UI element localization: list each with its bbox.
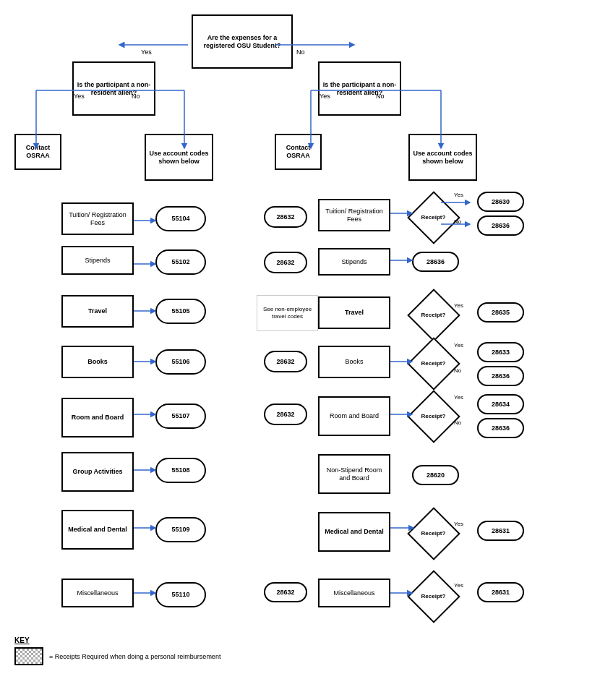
- misc-yes-label: Yes: [454, 582, 463, 589]
- room-yes-label: Yes: [454, 394, 463, 401]
- left-group-activities-code: 55108: [155, 458, 206, 483]
- key-description: = Receipts Required when doing a persona…: [49, 653, 220, 660]
- right-medical-receipt-label: Receipt?: [413, 513, 453, 553]
- room-no-label: No: [454, 419, 461, 427]
- right-travel-receipt-label: Receipt?: [413, 295, 453, 335]
- left-alien-question: Is the participant a non-resident alien?: [72, 61, 155, 116]
- right-travel-yes-code: 28635: [477, 302, 524, 323]
- right-misc-label: Miscellaneous: [318, 579, 390, 607]
- left-misc-code: 55110: [155, 582, 206, 607]
- right-contact-osraa: Contact OSRAA: [275, 134, 322, 170]
- left-tuition-code: 55104: [155, 206, 206, 231]
- right-use-codes: Use account codes shown below: [408, 134, 477, 181]
- right-books-no-code: 28636: [477, 366, 524, 386]
- left-books-code: 55106: [155, 349, 206, 375]
- tuition-yes-label: Yes: [454, 192, 463, 199]
- key-checker-box: [14, 647, 43, 665]
- right-alien-question: Is the participant a non-resident alien?: [318, 61, 401, 116]
- books-yes-label: Yes: [454, 342, 463, 349]
- right-books-code-in: 28632: [264, 351, 307, 372]
- yes-label-top-left: Yes: [141, 48, 152, 56]
- right-misc-receipt-label: Receipt?: [413, 576, 453, 616]
- right-books-yes-code: 28633: [477, 342, 524, 362]
- flowchart: Are the expenses for a registered OSU St…: [7, 7, 593, 673]
- left-use-codes: Use account codes shown below: [145, 134, 213, 181]
- left-books-label: Books: [61, 346, 134, 378]
- left-room-board-label: Room and Board: [61, 398, 134, 438]
- right-tuition-label: Tuition/ Registration Fees: [318, 199, 390, 231]
- right-nonstipend-code: 28620: [412, 465, 459, 485]
- left-travel-label: Travel: [61, 295, 134, 328]
- key-section: KEY = Receipts Required when doing a per…: [14, 636, 220, 665]
- no-label-top-right: No: [296, 48, 305, 56]
- top-question-box: Are the expenses for a registered OSU St…: [192, 14, 293, 69]
- travel-yes-label: Yes: [454, 302, 463, 310]
- left-room-board-code: 55107: [155, 404, 206, 429]
- left-no-label: No: [132, 93, 140, 101]
- top-question-text: Are the expenses for a registered OSU St…: [195, 34, 289, 50]
- tuition-no-label: No: [454, 218, 461, 226]
- medical-yes-label: Yes: [454, 521, 463, 528]
- right-books-receipt-label: Receipt?: [413, 343, 453, 383]
- left-misc-label: Miscellaneous: [61, 579, 134, 607]
- key-row: = Receipts Required when doing a persona…: [14, 647, 220, 665]
- right-misc-code-in: 28632: [264, 582, 307, 602]
- right-tuition-receipt-diamond: [413, 197, 453, 237]
- right-stipends-code-in: 28632: [264, 252, 307, 273]
- right-books-label: Books: [318, 346, 390, 378]
- left-travel-code: 55105: [155, 299, 206, 324]
- key-title: KEY: [14, 636, 220, 644]
- left-medical-dental-label: Medical and Dental: [61, 510, 134, 550]
- page: Are the expenses for a registered OSU St…: [0, 0, 600, 700]
- right-medical-yes-code: 28631: [477, 521, 524, 541]
- right-yes-label: Yes: [320, 93, 330, 101]
- books-no-label: No: [454, 367, 461, 375]
- right-tuition-yes-code: 28630: [477, 192, 524, 212]
- right-room-board-code-in: 28632: [264, 404, 307, 425]
- left-stipends-label: Stipends: [61, 246, 134, 275]
- right-travel-label: Travel: [318, 296, 390, 329]
- right-room-board-label: Room and Board: [318, 396, 390, 436]
- right-no-label: No: [376, 93, 385, 101]
- right-room-receipt-label: Receipt?: [413, 396, 453, 436]
- left-tuition-label: Tuition/ Registration Fees: [61, 202, 134, 235]
- right-tuition-no-code: 28636: [477, 215, 524, 236]
- right-medical-dental-label: Medical and Dental: [318, 512, 390, 552]
- left-alien-text: Is the participant a non-resident alien?: [76, 81, 152, 97]
- right-room-no-code: 28636: [477, 418, 524, 438]
- left-group-activities-label: Group Activities: [61, 452, 134, 492]
- right-tuition-code-in: 28632: [264, 206, 307, 228]
- right-nonstipend-label: Non-Stipend Room and Board: [318, 454, 390, 494]
- left-medical-dental-code: 55109: [155, 517, 206, 542]
- right-misc-yes-code: 28631: [477, 582, 524, 602]
- right-room-yes-code: 28634: [477, 394, 524, 414]
- left-stipends-code: 55102: [155, 249, 206, 275]
- right-stipends-label: Stipends: [318, 248, 390, 276]
- left-contact-osraa: Contact OSRAA: [14, 134, 61, 170]
- right-travel-note: See non-employee travel codes: [257, 295, 318, 331]
- left-yes-label: Yes: [74, 93, 85, 101]
- right-stipends-direct-code: 28636: [412, 252, 459, 272]
